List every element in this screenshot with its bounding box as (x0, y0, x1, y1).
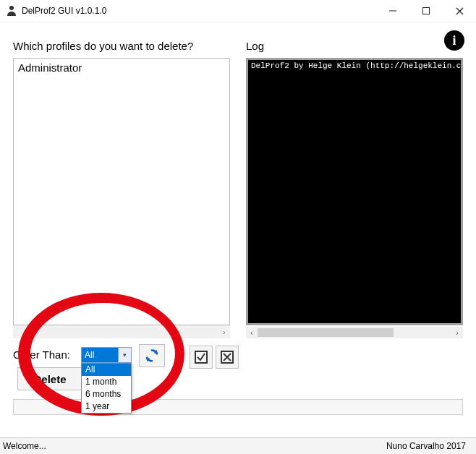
log-label: Log (246, 40, 264, 52)
svg-point-0 (9, 6, 14, 10)
profiles-label: Which profiles do you want to delete? (13, 40, 193, 52)
maximize-button[interactable] (409, 0, 443, 22)
scroll-right-icon: › (451, 327, 463, 338)
profiles-listbox[interactable]: Administrator (13, 58, 230, 325)
dropdown-option[interactable]: 6 months (82, 388, 131, 401)
delete-button[interactable]: Delete (17, 367, 82, 390)
dropdown-option[interactable]: 1 month (82, 376, 131, 388)
refresh-icon (144, 348, 160, 364)
x-box-icon (220, 350, 234, 364)
dropdown-option[interactable]: 1 year (82, 401, 131, 413)
refresh-button[interactable] (139, 344, 165, 367)
profiles-hscrollbar[interactable]: › (13, 325, 230, 338)
svg-rect-2 (423, 8, 430, 14)
minimize-button[interactable] (376, 0, 409, 22)
log-hscrollbar[interactable]: ‹ › (246, 327, 463, 338)
older-than-label: Older Than: (13, 348, 70, 361)
scroll-right-icon: › (218, 326, 230, 338)
svg-rect-9 (195, 351, 207, 363)
app-icon (6, 5, 17, 17)
log-output[interactable]: DelProf2 by Helge Klein (http://helgekle… (246, 58, 463, 325)
info-button[interactable]: i (444, 30, 464, 51)
deselect-all-button[interactable] (216, 346, 239, 369)
title-bar: DelProf2 GUI v1.0.1.0 (0, 0, 476, 22)
list-item[interactable]: Administrator (18, 61, 225, 74)
dropdown-option[interactable]: All (82, 364, 131, 376)
delete-button-label: Delete (33, 373, 66, 385)
check-box-icon (194, 350, 208, 364)
status-bar: Welcome... Nuno Carvalho 2017 (0, 437, 476, 454)
older-than-selected: All (82, 348, 118, 362)
info-icon: i (452, 33, 456, 48)
older-than-dropdown[interactable]: All ▾ (81, 347, 132, 363)
window-title: DelProf2 GUI v1.0.1.0 (22, 6, 106, 16)
chevron-down-icon: ▾ (118, 348, 131, 362)
close-button[interactable] (443, 0, 476, 22)
status-right: Nuno Carvalho 2017 (386, 441, 476, 451)
status-left: Welcome... (0, 441, 386, 451)
select-all-button[interactable] (190, 346, 213, 369)
log-line: DelProf2 by Helge Klein (http://helgekle… (251, 61, 463, 70)
scroll-left-icon: ‹ (246, 327, 258, 338)
scrollbar-thumb[interactable] (258, 328, 394, 337)
older-than-dropdown-list[interactable]: All 1 month 6 months 1 year (81, 363, 132, 414)
